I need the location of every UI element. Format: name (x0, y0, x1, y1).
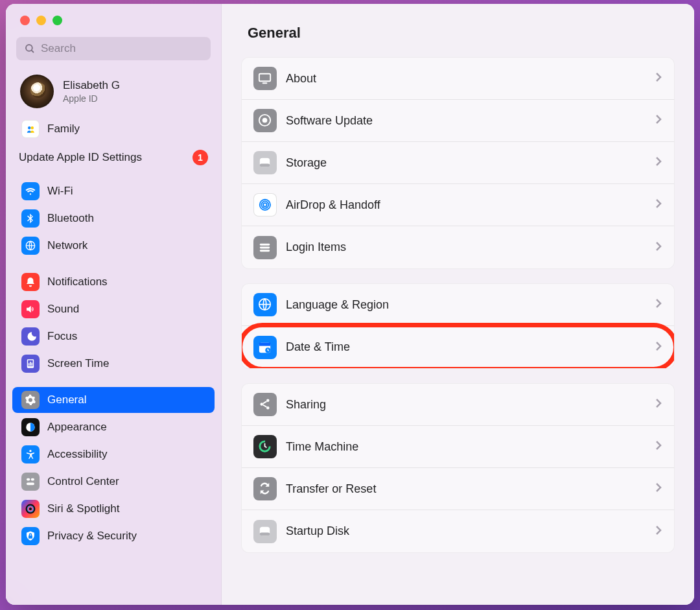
row-startup-disk[interactable]: Startup Disk (242, 510, 674, 552)
settings-window: Elisabeth G Apple ID Family Update Apple… (6, 4, 694, 605)
sound-icon (21, 300, 40, 318)
svg-rect-34 (260, 532, 270, 535)
general-icon (21, 391, 40, 409)
chevron-right-icon (655, 524, 662, 539)
sidebar-item-label: Control Center (47, 475, 119, 488)
chevron-right-icon (655, 71, 662, 86)
row-time-machine[interactable]: Time Machine (242, 426, 674, 468)
sidebar-item-label: Bluetooth (47, 212, 94, 225)
sidebar-item-siri[interactable]: Siri & Spotlight (12, 496, 215, 522)
sharing-icon (253, 393, 277, 416)
sidebar-item-notifications[interactable]: Notifications (12, 269, 215, 295)
sidebar-item-apple-id[interactable]: Elisabeth G Apple ID (6, 67, 221, 115)
sidebar-item-label: General (47, 393, 86, 406)
sidebar-item-family[interactable]: Family (12, 116, 215, 142)
row-label: Language & Region (286, 298, 655, 312)
row-software-update[interactable]: Software Update (242, 100, 674, 142)
controlcenter-icon (21, 473, 40, 491)
about-icon (253, 67, 277, 90)
user-sub: Apple ID (63, 93, 120, 104)
row-sharing[interactable]: Sharing (242, 384, 674, 426)
siri-icon (21, 500, 40, 518)
sidebar-item-focus[interactable]: Focus (12, 323, 215, 349)
minimize-window-button[interactable] (36, 16, 46, 25)
row-about[interactable]: About (242, 58, 674, 100)
settings-group: Language & RegionDate & Time (241, 283, 675, 369)
content-pane: General AboutSoftware UpdateStorageAirDr… (222, 4, 694, 605)
alert-label: Update Apple ID Settings (19, 151, 142, 164)
settings-group: SharingTime MachineTransfer or ResetStar… (241, 383, 675, 553)
chevron-right-icon (655, 113, 662, 128)
focus-icon (21, 327, 40, 346)
accessibility-icon (21, 445, 40, 463)
zoom-window-button[interactable] (52, 16, 62, 25)
svg-point-29 (267, 399, 270, 402)
settings-group: AboutSoftware UpdateStorageAirDrop & Han… (241, 57, 675, 269)
airdrop-icon (253, 193, 277, 217)
chevron-right-icon (655, 397, 662, 412)
svg-rect-9 (27, 482, 34, 485)
sidebar-item-general[interactable]: General (12, 387, 215, 413)
row-language-region[interactable]: Language & Region (242, 284, 674, 326)
row-label: Date & Time (286, 340, 655, 354)
row-label: Storage (286, 156, 655, 170)
close-window-button[interactable] (20, 16, 30, 25)
notifications-icon (21, 273, 40, 291)
chevron-right-icon (655, 340, 662, 355)
chevron-right-icon (655, 156, 662, 170)
svg-point-2 (28, 126, 30, 129)
row-label: About (286, 72, 655, 86)
chevron-right-icon (655, 240, 662, 255)
sidebar-item-label: Family (47, 123, 80, 135)
row-date-time[interactable]: Date & Time (242, 326, 674, 368)
avatar (20, 75, 54, 108)
bluetooth-icon (21, 209, 40, 228)
row-airdrop[interactable]: AirDrop & Handoff (242, 184, 674, 226)
sidebar-item-label: Network (47, 239, 88, 252)
svg-point-19 (262, 202, 269, 209)
sidebar-item-update-apple-id[interactable]: Update Apple ID Settings 1 (6, 143, 221, 169)
chevron-right-icon (655, 198, 662, 212)
row-label: AirDrop & Handoff (286, 198, 655, 212)
svg-rect-14 (262, 83, 268, 84)
transfer-reset-icon (253, 477, 277, 500)
sidebar-item-label: Focus (47, 330, 77, 343)
screentime-icon (21, 355, 40, 373)
sidebar-item-controlcenter[interactable]: Control Center (12, 469, 215, 495)
login-items-icon (253, 236, 277, 259)
row-label: Login Items (286, 240, 655, 254)
svg-point-18 (263, 203, 266, 206)
sidebar-item-screentime[interactable]: Screen Time (12, 351, 215, 377)
search-input[interactable] (16, 37, 211, 60)
sidebar-item-label: Appearance (47, 421, 107, 434)
sidebar-item-bluetooth[interactable]: Bluetooth (12, 205, 215, 231)
svg-rect-8 (31, 478, 34, 481)
sidebar-item-sound[interactable]: Sound (12, 296, 215, 322)
sidebar-item-network[interactable]: Network (12, 233, 215, 259)
row-storage[interactable]: Storage (242, 142, 674, 184)
sidebar-item-accessibility[interactable]: Accessibility (12, 441, 215, 467)
chevron-right-icon (655, 298, 662, 312)
row-login-items[interactable]: Login Items (242, 226, 674, 268)
row-label: Transfer or Reset (286, 482, 655, 496)
date-time-icon (253, 336, 277, 359)
svg-point-6 (29, 450, 31, 452)
time-machine-icon (253, 435, 277, 458)
row-label: Software Update (286, 114, 655, 128)
sidebar-item-label: Accessibility (47, 448, 108, 461)
language-region-icon (253, 293, 277, 316)
svg-point-30 (267, 407, 270, 410)
wifi-icon (21, 182, 40, 200)
chevron-right-icon (655, 482, 662, 496)
storage-icon (253, 151, 277, 174)
sidebar-item-label: Sound (47, 303, 79, 316)
chevron-right-icon (655, 440, 662, 454)
svg-rect-23 (260, 250, 270, 252)
row-transfer-reset[interactable]: Transfer or Reset (242, 468, 674, 510)
privacy-icon (21, 527, 40, 545)
appearance-icon (21, 418, 40, 436)
sidebar-item-label: Privacy & Security (47, 530, 137, 543)
sidebar-item-wifi[interactable]: Wi-Fi (12, 178, 215, 204)
sidebar-item-appearance[interactable]: Appearance (12, 414, 215, 440)
sidebar-item-privacy[interactable]: Privacy & Security (12, 523, 215, 549)
